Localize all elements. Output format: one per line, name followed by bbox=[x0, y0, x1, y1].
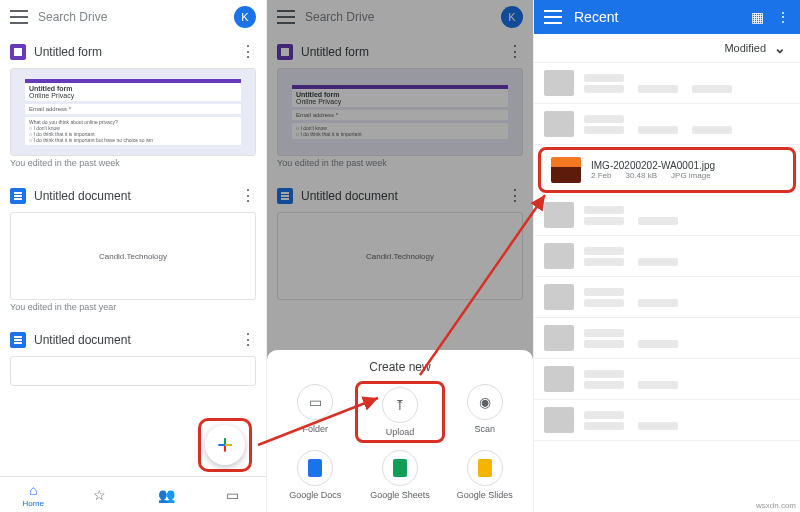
list-item[interactable]: xxxx bbox=[534, 104, 800, 145]
file-name: IMG-20200202-WA0001.jpg bbox=[591, 160, 783, 171]
docs-icon bbox=[10, 332, 26, 348]
topbar: Search Drive K bbox=[0, 0, 266, 34]
action-scan[interactable]: ◉Scan bbox=[442, 384, 527, 440]
action-upload[interactable]: ⤒Upload bbox=[355, 381, 446, 443]
sort-label: Modified bbox=[724, 42, 766, 54]
create-bottom-sheet: Create new ▭Folder ⤒Upload ◉Scan Google … bbox=[267, 350, 533, 512]
list-item[interactable]: xxx bbox=[534, 277, 800, 318]
avatar[interactable]: K bbox=[234, 6, 256, 28]
action-docs[interactable]: Google Docs bbox=[273, 450, 358, 500]
nav-starred[interactable]: ☆ bbox=[67, 477, 134, 512]
bottom-nav: ⌂Home ☆ 👥 ▭ bbox=[0, 476, 266, 512]
fab-highlight bbox=[198, 418, 252, 472]
file-subtitle: You edited in the past week bbox=[10, 158, 256, 168]
list-item-highlight[interactable]: IMG-20200202-WA0001.jpg 2 Feb 30.48 kB J… bbox=[538, 147, 796, 193]
file-subtitle: You edited in the past year bbox=[10, 302, 256, 312]
nav-home[interactable]: ⌂Home bbox=[0, 477, 67, 512]
file-thumbnail bbox=[551, 157, 581, 183]
nav-shared[interactable]: 👥 bbox=[133, 477, 200, 512]
google-sheets-icon bbox=[382, 450, 418, 486]
topbar-recent: Recent ▦ ⋮ bbox=[534, 0, 800, 34]
list-item[interactable]: xxx bbox=[534, 195, 800, 236]
file-title[interactable]: Untitled document bbox=[34, 189, 131, 203]
file-item-doc-2: Untitled document ⋮ bbox=[0, 322, 266, 392]
list-item[interactable]: xxx bbox=[534, 318, 800, 359]
menu-icon[interactable] bbox=[10, 10, 28, 24]
google-slides-icon bbox=[467, 450, 503, 486]
file-title[interactable]: Untitled form bbox=[34, 45, 102, 59]
file-thumbnail[interactable]: Untitled formOnline Privacy Email addres… bbox=[10, 68, 256, 156]
list-item[interactable]: xxxx bbox=[534, 63, 800, 104]
file-title[interactable]: Untitled document bbox=[34, 333, 131, 347]
file-meta: 2 Feb 30.48 kB JPG image bbox=[591, 171, 783, 180]
more-icon[interactable]: ⋮ bbox=[240, 332, 256, 348]
panel-create-sheet: Search Drive K Untitled form⋮ Untitled f… bbox=[267, 0, 534, 512]
list-item[interactable]: xxx bbox=[534, 359, 800, 400]
forms-icon bbox=[10, 44, 26, 60]
watermark: wsxdn.com bbox=[756, 501, 796, 510]
nav-files[interactable]: ▭ bbox=[200, 477, 267, 512]
sheet-title: Create new bbox=[273, 360, 527, 374]
docs-icon bbox=[10, 188, 26, 204]
panel-drive-list: Search Drive K Untitled form ⋮ Untitled … bbox=[0, 0, 267, 512]
menu-icon[interactable] bbox=[544, 10, 562, 24]
list-item[interactable]: xxx bbox=[534, 400, 800, 441]
action-sheets[interactable]: Google Sheets bbox=[358, 450, 443, 500]
create-fab[interactable] bbox=[205, 425, 245, 465]
google-docs-icon bbox=[297, 450, 333, 486]
search-input[interactable]: Search Drive bbox=[38, 10, 224, 24]
file-item-form: Untitled form ⋮ Untitled formOnline Priv… bbox=[0, 34, 266, 178]
camera-icon: ◉ bbox=[467, 384, 503, 420]
list-item[interactable]: xxx bbox=[534, 236, 800, 277]
action-slides[interactable]: Google Slides bbox=[442, 450, 527, 500]
file-thumbnail[interactable]: Candid.Technology bbox=[10, 212, 256, 300]
file-thumbnail[interactable] bbox=[10, 356, 256, 386]
action-folder[interactable]: ▭Folder bbox=[273, 384, 358, 440]
panel-recent-files: Recent ▦ ⋮ Modified ⌄ xxxx xxxx IMG-2020… bbox=[534, 0, 800, 512]
more-icon[interactable]: ⋮ bbox=[240, 44, 256, 60]
more-icon[interactable]: ⋮ bbox=[776, 9, 790, 25]
more-icon[interactable]: ⋮ bbox=[240, 188, 256, 204]
file-item-doc: Untitled document ⋮ Candid.Technology Yo… bbox=[0, 178, 266, 322]
upload-icon: ⤒ bbox=[382, 387, 418, 423]
folder-icon: ▭ bbox=[297, 384, 333, 420]
page-title: Recent bbox=[574, 9, 739, 25]
view-grid-icon[interactable]: ▦ bbox=[751, 9, 764, 25]
chevron-down-icon: ⌄ bbox=[774, 40, 786, 56]
sort-row[interactable]: Modified ⌄ bbox=[534, 34, 800, 63]
